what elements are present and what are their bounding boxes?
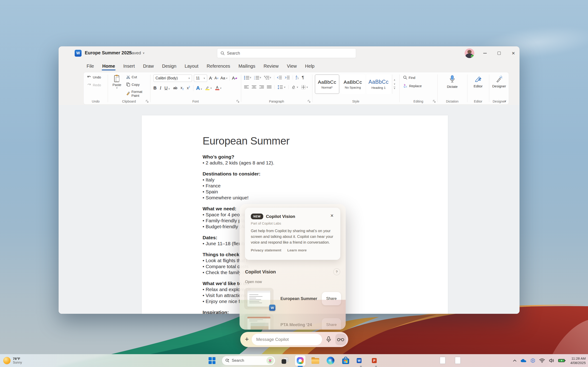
edge-button[interactable] (325, 355, 336, 366)
copy-button[interactable]: Copy (126, 82, 140, 86)
close-button[interactable]: × (507, 46, 519, 60)
share-button[interactable]: Share (322, 292, 341, 305)
taskbar-search[interactable]: Search (222, 356, 275, 365)
multilevel-list-button[interactable]: ∨ (264, 75, 271, 80)
tab-help[interactable]: Help (302, 62, 318, 71)
tab-layout[interactable]: Layout (182, 62, 202, 71)
clear-formatting-button[interactable]: A (229, 76, 237, 81)
align-left-button[interactable] (244, 85, 249, 89)
font-dialog-launcher[interactable] (236, 100, 240, 103)
tab-view[interactable]: View (284, 62, 300, 71)
decrease-indent-button[interactable] (274, 75, 282, 80)
style-gallery-more[interactable]: ∨ (394, 87, 395, 90)
undo-button[interactable]: Undo (87, 75, 101, 79)
search-input[interactable] (227, 51, 353, 56)
numbered-list-button[interactable]: 123 ∨ (254, 75, 261, 80)
copilot-vision-glasses-icon[interactable] (335, 334, 346, 345)
shrink-font-button[interactable]: A∨ (215, 76, 219, 80)
align-right-button[interactable] (259, 85, 264, 89)
microsoft-store-button[interactable] (340, 355, 351, 366)
sort-button[interactable]: A Z ↓ (293, 75, 299, 80)
borders-button[interactable]: ∨ (301, 85, 308, 89)
start-button[interactable] (207, 355, 217, 366)
clipboard-dialog-launcher[interactable] (146, 100, 149, 103)
help-icon[interactable]: ? (333, 268, 340, 275)
style-heading-1[interactable]: AaBbCc Heading 1 (366, 75, 391, 94)
minimize-button[interactable] (478, 46, 491, 60)
superscript-button[interactable]: x2 (187, 86, 190, 90)
tab-mailings[interactable]: Mailings (235, 62, 258, 71)
tab-home[interactable]: Home (99, 62, 118, 71)
battery-icon[interactable] (558, 358, 566, 363)
replace-button[interactable]: b c Replace (403, 84, 422, 88)
dictate-button[interactable]: Dictate (437, 75, 467, 89)
studio-effects-icon[interactable] (530, 358, 536, 363)
tab-draw[interactable]: Draw (140, 62, 157, 71)
powerpoint-thumbnail[interactable] (244, 314, 274, 330)
share-item-row[interactable]: PTA Meeting ‘24 Share (244, 314, 341, 330)
learn-more-link[interactable]: Learn more (287, 248, 307, 252)
style-no-spacing[interactable]: AaBbCc No Spacing (341, 75, 365, 94)
account-avatar[interactable]: ✓ (465, 48, 474, 58)
bullet-list-button[interactable]: ∨ (244, 75, 251, 80)
italic-button[interactable]: I (160, 85, 161, 91)
strikethrough-button[interactable]: ab (173, 86, 177, 90)
bold-button[interactable]: B (153, 85, 157, 91)
redo-button[interactable]: Redo (87, 83, 101, 87)
grow-font-button[interactable]: Aˆ (209, 76, 213, 81)
show-formatting-button[interactable]: ¶ (302, 75, 304, 80)
maximize-button[interactable] (493, 46, 506, 60)
paragraph-dialog-launcher[interactable] (308, 100, 311, 103)
shading-button[interactable]: ∨ (288, 85, 298, 89)
find-button[interactable]: Find (403, 75, 415, 80)
highlight-button[interactable]: ∨ (205, 86, 212, 90)
align-center-button[interactable] (252, 85, 256, 89)
line-spacing-button[interactable]: ∨ (275, 85, 285, 89)
taskbar-word-button[interactable]: W (355, 355, 366, 366)
share-item-row[interactable]: W European Summer Share (244, 288, 341, 310)
designer-button[interactable]: Designer (489, 75, 509, 88)
font-size-combo[interactable]: 11 ∨ (194, 75, 207, 82)
editor-button[interactable]: Editor (467, 75, 489, 88)
paste-dropdown[interactable]: ∨ (111, 87, 123, 89)
font-color-button[interactable]: A ∨ (215, 86, 222, 90)
tab-references[interactable]: References (204, 62, 233, 71)
message-copilot-input[interactable] (252, 334, 322, 345)
increase-indent-button[interactable] (285, 75, 290, 80)
file-explorer-button[interactable] (310, 355, 321, 366)
taskbar-copilot-button[interactable] (295, 355, 305, 366)
task-view-button[interactable] (280, 355, 290, 366)
editing-dialog-launcher[interactable] (433, 100, 436, 103)
style-gallery-down[interactable]: ∨ (394, 83, 395, 85)
word-search-box[interactable] (217, 48, 356, 58)
tab-file[interactable]: File (83, 62, 97, 71)
taskbar-powerpoint-button[interactable]: P (371, 355, 381, 366)
font-family-combo[interactable]: Calibri (Body) ∨ (153, 75, 192, 82)
share-button[interactable]: Share (322, 318, 341, 330)
text-effects-button[interactable]: A ∨ (193, 85, 202, 91)
change-case-button[interactable]: Aa ∨ (221, 76, 228, 81)
save-status[interactable]: Saved ∨ (129, 50, 145, 56)
onedrive-icon[interactable] (520, 359, 527, 363)
tab-insert[interactable]: Insert (120, 62, 138, 71)
volume-icon[interactable] (549, 358, 554, 363)
weather-widget[interactable]: 78°F Sunny (3, 354, 22, 367)
taskbar-clock[interactable]: 11:28 AM 4/08/2025 (569, 356, 586, 365)
document-title[interactable]: Europe Summer 2025 (85, 50, 132, 56)
format-painter-button[interactable]: Format Paint (126, 90, 150, 98)
collapse-ribbon-button[interactable]: ∨ (504, 100, 506, 102)
close-icon[interactable]: × (329, 212, 335, 220)
mic-icon[interactable] (325, 336, 333, 343)
cut-button[interactable]: Cut (126, 75, 137, 79)
tab-review[interactable]: Review (260, 62, 282, 71)
style-normal[interactable]: AaBbCc Normal* (315, 75, 339, 94)
plus-icon[interactable]: + (245, 336, 249, 343)
tray-chevron-up-icon[interactable] (513, 359, 517, 362)
wifi-icon[interactable] (539, 358, 545, 363)
underline-button[interactable]: U ∨ (164, 85, 170, 91)
privacy-statement-link[interactable]: Privacy statement (251, 248, 281, 252)
tab-design[interactable]: Design (159, 62, 180, 71)
justify-button[interactable] (267, 85, 271, 89)
word-doc-thumbnail[interactable]: W (244, 288, 274, 309)
subscript-button[interactable]: x2 (181, 86, 184, 90)
